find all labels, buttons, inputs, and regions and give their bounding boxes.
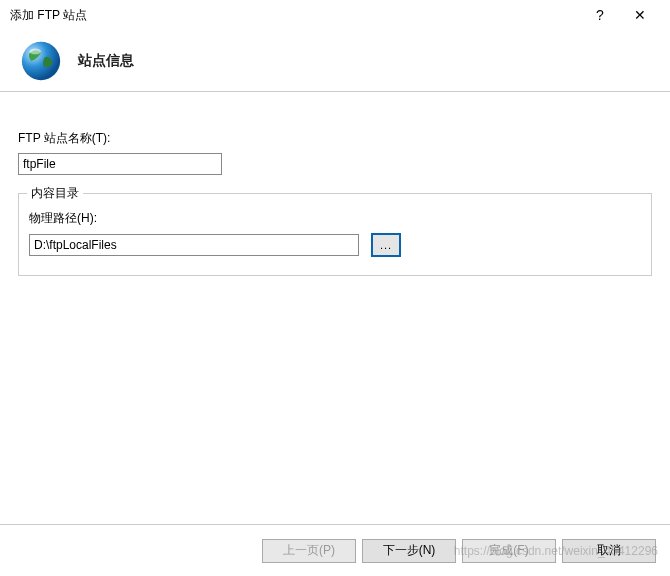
wizard-header: 站点信息 [0, 30, 670, 92]
wizard-footer: 上一页(P) 下一步(N) 完成(F) 取消 [0, 524, 670, 576]
svg-point-0 [22, 41, 60, 79]
content-directory-legend: 内容目录 [27, 185, 83, 202]
site-name-input[interactable] [18, 153, 222, 175]
titlebar: 添加 FTP 站点 ? ✕ [0, 0, 670, 30]
physical-path-label: 物理路径(H): [29, 210, 641, 227]
page-title: 站点信息 [78, 52, 134, 70]
finish-button: 完成(F) [462, 539, 556, 563]
help-button[interactable]: ? [580, 0, 620, 30]
previous-button: 上一页(P) [262, 539, 356, 563]
next-button[interactable]: 下一步(N) [362, 539, 456, 563]
physical-path-input[interactable] [29, 234, 359, 256]
svg-point-1 [30, 48, 42, 54]
content-directory-group: 内容目录 物理路径(H): ... [18, 193, 652, 276]
browse-button[interactable]: ... [371, 233, 401, 257]
site-name-label: FTP 站点名称(T): [18, 130, 652, 147]
wizard-body: FTP 站点名称(T): 内容目录 物理路径(H): ... [0, 92, 670, 520]
globe-icon [18, 38, 64, 84]
cancel-button[interactable]: 取消 [562, 539, 656, 563]
window-title: 添加 FTP 站点 [10, 7, 580, 24]
close-button[interactable]: ✕ [620, 0, 660, 30]
